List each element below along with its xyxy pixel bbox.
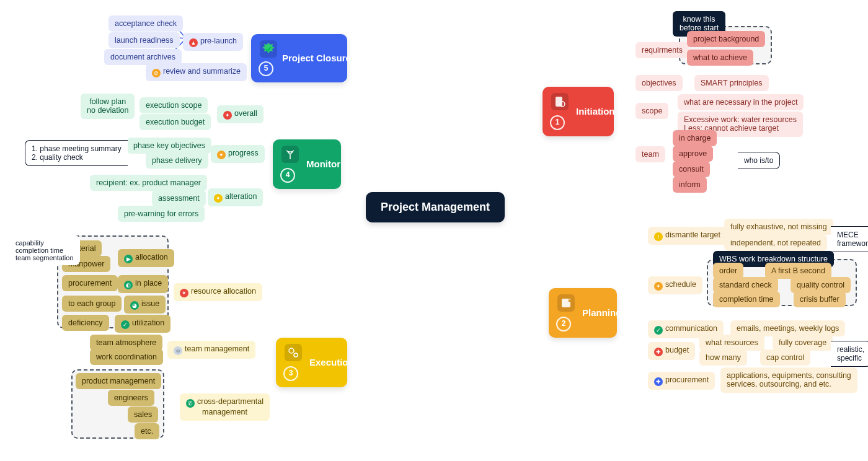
- leaf-recipient[interactable]: recipient: ex. product manager: [90, 175, 207, 191]
- center-topic[interactable]: Project Management: [366, 192, 505, 222]
- leaf-procurement-v[interactable]: applications, equipments, consulting ser…: [720, 367, 857, 393]
- mindmap-canvas: { "center": "Project Management", "phase…: [0, 0, 868, 461]
- node-scope[interactable]: scope: [636, 103, 668, 119]
- leaf-smart-principles[interactable]: SMART principles: [694, 75, 769, 91]
- node-procurement[interactable]: ✚procurement: [648, 372, 715, 390]
- priority-icon: ✦: [223, 111, 232, 120]
- phase-planning[interactable]: 2 Planning: [549, 288, 617, 338]
- play-icon: ▶: [124, 255, 133, 263]
- priority-icon: ✦: [654, 282, 663, 291]
- leaf-crisis-buffer[interactable]: crisis buffer: [794, 291, 846, 307]
- leaf-completion-time[interactable]: completion time: [713, 291, 780, 307]
- leaf-what-to-achieve[interactable]: what to achieve: [687, 50, 753, 66]
- leaf-launch-readiness[interactable]: launch readiness: [108, 32, 180, 48]
- person-icon: ☺: [174, 346, 182, 355]
- leaf-in-place-procurement[interactable]: procurement: [62, 275, 118, 291]
- annotation-who-is-to: who is/to: [738, 152, 780, 169]
- annotation-mece: MECE framework: [831, 226, 868, 252]
- phone-icon: ✆: [186, 399, 195, 408]
- antenna-icon: [281, 146, 299, 163]
- leaf-fully-exhaustive[interactable]: fully exhaustive, not missing: [724, 219, 833, 235]
- priority-icon: ✚: [654, 348, 663, 356]
- node-in-place[interactable]: ◐in place: [118, 275, 168, 293]
- leaf-execution-budget[interactable]: execution budget: [140, 114, 211, 130]
- node-budget[interactable]: ✚budget: [648, 342, 695, 360]
- node-pre-launch[interactable]: ▲pre-launch: [183, 33, 243, 51]
- priority-icon: ✦: [217, 151, 226, 159]
- node-review-summarize[interactable]: ⊘review and summarize: [146, 63, 247, 81]
- phase-label: Planning: [582, 307, 621, 318]
- annotation-progress: 1. phase meeting summary 2. quality chec…: [25, 140, 128, 166]
- phase-number: 4: [280, 168, 295, 183]
- document-icon: [551, 93, 569, 110]
- priority-icon: ✚: [654, 377, 663, 386]
- leaf-budget-what[interactable]: what resources: [699, 335, 764, 351]
- check-icon: ✓: [121, 320, 130, 329]
- phase-execution[interactable]: 3 Execution: [276, 338, 347, 387]
- phase-label: Project Closure: [282, 53, 351, 63]
- slash-icon: ⊘: [152, 69, 161, 77]
- phase-closure[interactable]: 5 Project Closure: [251, 34, 347, 82]
- leaf-in-charge[interactable]: in charge: [673, 130, 717, 146]
- annotation-follow-plan: follow plan no deviation: [81, 94, 135, 119]
- svg-marker-7: [262, 43, 275, 53]
- node-cross-dept[interactable]: ✆cross-departmental management: [180, 393, 270, 421]
- phase-number: 2: [556, 317, 571, 331]
- phase-initiation[interactable]: 1 Initiation: [542, 87, 614, 136]
- node-progress[interactable]: ✦progress: [211, 145, 265, 163]
- leaf-budget-what-v[interactable]: fully coverage: [773, 335, 833, 351]
- node-team[interactable]: team: [636, 146, 665, 162]
- leaf-consult[interactable]: consult: [673, 161, 710, 177]
- progress-icon: ◐: [124, 281, 133, 289]
- leaf-phase-key-objectives[interactable]: phase key objectives: [127, 138, 211, 154]
- leaf-assessment[interactable]: assessment: [152, 190, 206, 206]
- svg-point-5: [289, 348, 294, 353]
- check-icon: ✓: [654, 326, 663, 335]
- node-allocation[interactable]: ▶allocation: [118, 249, 174, 267]
- leaf-phase-delivery[interactable]: phase delivery: [146, 152, 208, 169]
- leaf-execution-scope[interactable]: execution scope: [140, 97, 208, 113]
- node-requirements[interactable]: requirments: [636, 42, 689, 58]
- progress-icon: ◕: [130, 301, 139, 310]
- leaf-independent[interactable]: independent, not repeated: [724, 235, 827, 251]
- leaf-product-management[interactable]: product management: [76, 373, 161, 389]
- node-overall[interactable]: ✦overall: [217, 105, 264, 123]
- node-objectives[interactable]: objectives: [636, 75, 683, 91]
- node-dismantle-target[interactable]: !dismantle target: [648, 227, 727, 245]
- leaf-engineers[interactable]: engineers: [108, 390, 154, 406]
- leaf-project-background[interactable]: project background: [687, 31, 765, 47]
- leaf-to-each-group[interactable]: to each group: [62, 296, 122, 312]
- leaf-deficiency[interactable]: deficiency: [62, 315, 109, 331]
- annotation-capability: capability completion time team segmenta…: [9, 235, 80, 265]
- leaf-scope-necessary[interactable]: what are necessary in the project: [678, 94, 804, 110]
- leaf-work-coordination[interactable]: work coordination: [90, 349, 163, 365]
- phase-label: Monitor: [306, 159, 340, 169]
- node-alteration[interactable]: ✦alteration: [208, 188, 263, 206]
- phase-label: Initiation: [576, 106, 615, 116]
- node-schedule[interactable]: ✦schedule: [648, 276, 702, 294]
- leaf-budget-how-v[interactable]: cap control: [760, 349, 810, 366]
- phase-number: 1: [550, 115, 565, 130]
- leaf-etc[interactable]: etc.: [135, 423, 159, 439]
- leaf-sales[interactable]: sales: [128, 406, 158, 423]
- node-team-management[interactable]: ☺team management: [167, 341, 255, 359]
- leaf-pre-warning[interactable]: pre-warning for errors: [118, 206, 205, 222]
- phase-number: 5: [259, 61, 273, 76]
- phase-number: 3: [283, 366, 298, 381]
- leaf-inform[interactable]: inform: [673, 177, 707, 193]
- node-resource-allocation[interactable]: ✦resource allocation: [174, 283, 262, 301]
- phase-label: Execution: [309, 357, 354, 367]
- phase-monitor[interactable]: 4 Monitor: [273, 139, 341, 189]
- check-badge-icon: [260, 40, 277, 58]
- gears-icon: [285, 344, 302, 361]
- leaf-acceptance-check[interactable]: acceptance check: [108, 15, 183, 32]
- leaf-budget-how[interactable]: how many: [699, 349, 747, 366]
- svg-point-6: [294, 353, 298, 357]
- annotation-realistic: realistic, specific: [831, 341, 868, 367]
- leaf-approve[interactable]: approve: [673, 146, 713, 162]
- flame-icon: ▲: [189, 38, 198, 47]
- priority-icon: ✦: [180, 289, 188, 297]
- node-issue[interactable]: ◕issue: [124, 296, 166, 314]
- priority-icon: !: [654, 232, 663, 241]
- node-utilization[interactable]: ✓utilization: [115, 315, 170, 333]
